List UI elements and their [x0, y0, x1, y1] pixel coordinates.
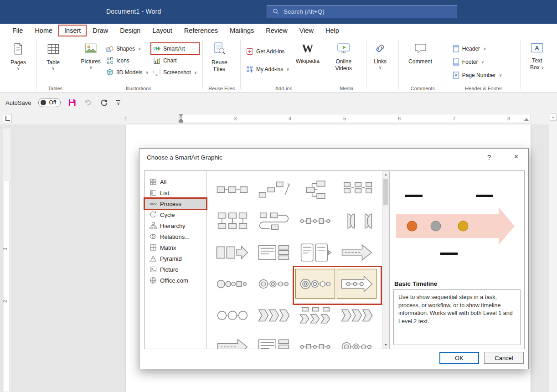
get-addins-button[interactable]: Get Add-ins: [244, 46, 292, 57]
scroll-up-arrow[interactable]: ▲: [382, 171, 389, 178]
tab-mailings[interactable]: Mailings: [224, 25, 260, 36]
preview-pane: Basic Timeline Use to show sequential st…: [390, 171, 524, 349]
group-label-comments: Comments: [399, 86, 447, 91]
table-button[interactable]: Table ∨: [40, 40, 67, 71]
tab-view[interactable]: View: [294, 25, 320, 36]
gallery-item-arrow-ribbon[interactable]: [336, 237, 377, 268]
gallery-item-interconnected-arrows[interactable]: [211, 331, 253, 349]
save-icon[interactable]: [68, 98, 76, 107]
gallery-item-basic-timeline[interactable]: [336, 268, 377, 299]
tab-file[interactable]: File: [6, 25, 29, 36]
category-matrix[interactable]: Matrix: [144, 242, 206, 253]
header-button[interactable]: Header ∨: [450, 43, 505, 55]
gallery-item-descending-process[interactable]: [211, 268, 253, 299]
get-addins-label: Get Add-ins: [256, 48, 285, 55]
gallery-item-closed-chevron-process[interactable]: [336, 299, 377, 331]
links-button[interactable]: Links ∨: [370, 40, 391, 70]
dialog-title: Choose a SmartArt Graphic: [147, 154, 222, 161]
category-office-com[interactable]: Office.com: [144, 275, 206, 286]
gallery-item-circle-process[interactable]: [294, 268, 336, 299]
my-addins-button[interactable]: My Add-ins ∨: [244, 63, 292, 75]
hanging-indent-marker[interactable]: [179, 118, 183, 121]
tab-references[interactable]: References: [178, 25, 224, 36]
category-hierarchy[interactable]: Hierarchy: [144, 220, 206, 231]
tab-insert[interactable]: Insert: [58, 25, 87, 36]
category-all[interactable]: All: [144, 176, 206, 187]
right-indent-marker[interactable]: [524, 118, 529, 121]
gallery-item-linked-circles[interactable]: [211, 299, 253, 331]
text-box-button[interactable]: A Text Box ∨: [524, 40, 550, 71]
first-line-indent-marker[interactable]: [179, 114, 183, 117]
dialog-close-button[interactable]: ×: [514, 153, 518, 161]
gallery-item-accent-process[interactable]: [336, 174, 377, 205]
page-number-button[interactable]: # Page Number ∨: [450, 69, 505, 81]
search-input[interactable]: Search (Alt+Q): [267, 5, 457, 18]
comment-button[interactable]: Comment: [402, 40, 438, 65]
header-footer-column: Header ∨ Footer ∨ # Page Number ∨: [450, 40, 505, 81]
gallery-item-picture-accent-process[interactable]: [211, 237, 253, 268]
category-relationship[interactable]: Relations...: [144, 231, 206, 242]
ribbon-group-links: Links ∨: [366, 37, 398, 92]
smartart-dialog: Choose a SmartArt Graphic ? × All List P…: [139, 148, 529, 369]
scroll-down-arrow[interactable]: ▼: [382, 341, 389, 349]
wikipedia-button[interactable]: W Wikipedia: [292, 40, 324, 65]
timeline-tick-top-right: [476, 195, 493, 197]
gallery-item-alternating-flow[interactable]: [294, 174, 336, 205]
timeline-tick-bottom: [440, 253, 458, 255]
tab-design[interactable]: Design: [114, 25, 146, 36]
tab-layout[interactable]: Layout: [146, 25, 178, 36]
gallery-item-step-up-process[interactable]: [253, 174, 294, 205]
gallery-item-process-blocks[interactable]: [211, 205, 253, 237]
gallery-item-repeating-bending-process[interactable]: [253, 205, 294, 237]
redo-refresh-icon[interactable]: [100, 98, 109, 107]
hruler-number: 1: [124, 116, 127, 121]
scroll-up-arrow[interactable]: ▲: [550, 113, 557, 121]
gallery-item-chevron-circle-process[interactable]: [336, 331, 377, 349]
gallery-item-timeline-dot-process[interactable]: [294, 205, 336, 237]
addins-column: Get Add-ins My Add-ins ∨: [244, 40, 292, 75]
tab-review[interactable]: Review: [260, 25, 294, 36]
shapes-label: Shapes: [116, 46, 135, 52]
gallery-item-chevron-accent-process[interactable]: [294, 299, 336, 331]
left-indent-marker[interactable]: [179, 121, 183, 123]
window-scrollbar[interactable]: ▲: [549, 113, 557, 392]
online-videos-button[interactable]: OnlineVideos: [330, 40, 357, 72]
category-picture[interactable]: Picture: [144, 264, 206, 275]
gallery-item-circle-accent-timeline[interactable]: [253, 268, 294, 299]
chart-button[interactable]: Chart: [151, 55, 199, 67]
tab-home[interactable]: Home: [29, 25, 58, 36]
tab-stop-selector[interactable]: [3, 114, 12, 123]
gallery-item-basic-process[interactable]: [211, 174, 253, 205]
scrollbar-thumb[interactable]: [383, 179, 388, 205]
icons-button[interactable]: Icons: [104, 55, 151, 67]
reuse-files-button[interactable]: ReuseFiles: [206, 40, 232, 73]
gallery-item-grouped-list[interactable]: [294, 237, 336, 268]
pages-button[interactable]: Pages ∨: [5, 40, 31, 71]
dialog-help-button[interactable]: ?: [487, 153, 491, 161]
undo-icon[interactable]: [83, 98, 93, 107]
cancel-button[interactable]: Cancel: [484, 352, 524, 364]
tab-help[interactable]: Help: [320, 25, 345, 36]
pictures-button[interactable]: Pictures ∨: [77, 40, 104, 70]
autosave-toggle[interactable]: Off: [38, 98, 61, 107]
gallery-item-converging-text[interactable]: [336, 205, 377, 237]
customize-qat-icon[interactable]: ∨: [116, 100, 120, 105]
shapes-button[interactable]: Shapes ∨: [104, 43, 151, 55]
tab-draw[interactable]: Draw: [87, 25, 114, 36]
ok-button[interactable]: OK: [439, 352, 479, 364]
3d-models-button[interactable]: 3D Models ∨: [104, 67, 151, 78]
gallery-scrollbar[interactable]: ▲ ▼: [382, 171, 389, 349]
smartart-button[interactable]: SmartArt: [151, 43, 199, 55]
category-process[interactable]: Process: [144, 198, 206, 209]
tab-stop-icon: [5, 116, 10, 121]
gallery-item-process-list[interactable]: [253, 331, 294, 349]
gallery-item-basic-chevron-process[interactable]: [253, 299, 294, 331]
category-cycle[interactable]: Cycle: [144, 209, 206, 220]
gallery-item-circle-link-process[interactable]: [294, 331, 336, 349]
list-icon: [150, 189, 157, 196]
gallery-item-detailed-process[interactable]: [253, 237, 294, 268]
screenshot-button[interactable]: Screenshot ∨: [151, 67, 199, 78]
footer-button[interactable]: Footer ∨: [450, 56, 505, 68]
category-list-item[interactable]: List: [144, 187, 206, 198]
category-pyramid[interactable]: Pyramid: [144, 253, 206, 264]
